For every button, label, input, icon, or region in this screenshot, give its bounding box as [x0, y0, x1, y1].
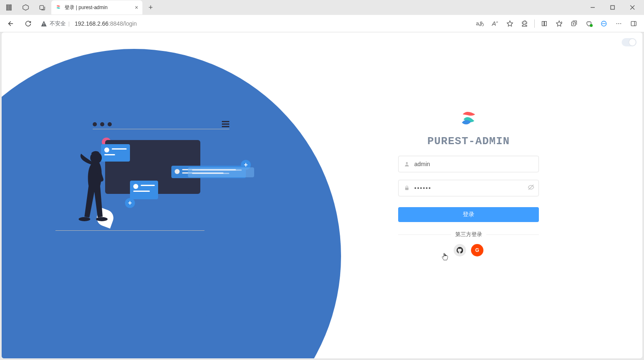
favorite-icon[interactable]	[503, 17, 517, 31]
security-label: 不安全	[50, 20, 66, 27]
login-button[interactable]: 登录	[398, 207, 539, 222]
favicon-icon	[55, 5, 61, 10]
url-path: /login	[123, 20, 137, 27]
svg-rect-3	[40, 5, 43, 9]
gitee-label: G	[475, 247, 479, 253]
extensions-icon[interactable]	[518, 17, 532, 31]
ie-mode-icon[interactable]	[597, 17, 611, 31]
browser-essentials-icon[interactable]	[582, 17, 596, 31]
user-icon	[403, 161, 411, 167]
browser-tab[interactable]: 登录 | purest-admin ×	[51, 0, 142, 14]
browser-chrome: 登录 | purest-admin × + 不安全 |	[0, 0, 644, 32]
minimize-button[interactable]	[584, 1, 602, 14]
address-bar-actions: aあ A»	[473, 17, 641, 31]
maximize-button[interactable]	[603, 1, 622, 14]
svg-rect-0	[7, 5, 7, 10]
svg-rect-22	[405, 188, 409, 190]
svg-rect-5	[611, 6, 615, 10]
thirdparty-section: 第三方登录	[398, 230, 539, 238]
svg-rect-15	[631, 21, 636, 26]
username-field[interactable]	[398, 156, 539, 172]
translate-icon[interactable]: aあ	[473, 17, 487, 31]
lock-icon	[403, 185, 411, 191]
address-bar: 不安全 | 192.168.2.66:8848/login aあ A»	[0, 15, 644, 32]
svg-point-13	[618, 23, 619, 24]
workspaces-icon[interactable]	[19, 1, 32, 14]
plus-icon: +	[125, 198, 135, 208]
hero-illustration: + +	[2, 32, 271, 358]
titlebar: 登录 | purest-admin × +	[0, 0, 644, 15]
gitee-login-button[interactable]: G	[471, 244, 483, 256]
new-tab-button[interactable]: +	[145, 2, 156, 13]
svg-rect-1	[9, 5, 10, 10]
svg-point-20	[96, 217, 108, 221]
social-login: G	[454, 244, 483, 256]
svg-point-19	[79, 217, 90, 221]
more-icon[interactable]	[612, 17, 626, 31]
brand-title: PUREST-ADMIN	[427, 135, 509, 147]
url-display[interactable]: 192.168.2.66:8848/login	[74, 20, 137, 27]
thirdparty-label: 第三方登录	[451, 231, 486, 238]
svg-rect-8	[43, 23, 44, 24]
theme-toggle-knob	[629, 39, 636, 46]
password-field[interactable]	[398, 180, 539, 196]
sidebar-panel-icon[interactable]	[627, 17, 641, 31]
illustration: + +	[55, 115, 254, 256]
app-logo	[460, 111, 477, 126]
tab-title: 登录 | purest-admin	[65, 4, 108, 11]
close-tab-icon[interactable]: ×	[135, 4, 138, 11]
url-host: 192.168.2.66	[74, 20, 108, 27]
svg-rect-2	[10, 5, 11, 10]
back-button[interactable]	[3, 16, 18, 31]
svg-point-12	[616, 23, 617, 24]
close-window-button[interactable]	[623, 1, 642, 14]
url-port: :8848	[108, 20, 123, 27]
svg-rect-9	[43, 25, 44, 25]
theme-toggle[interactable]	[622, 38, 637, 46]
favorites-bar-icon[interactable]	[552, 17, 566, 31]
collections-icon[interactable]	[567, 17, 581, 31]
page-viewport: + +	[2, 32, 642, 358]
person-illustration	[72, 150, 118, 237]
read-aloud-icon[interactable]: A»	[488, 17, 502, 31]
password-input[interactable]	[411, 185, 528, 191]
reading-list-icon[interactable]	[537, 17, 551, 31]
security-indicator[interactable]: 不安全 |	[38, 20, 72, 27]
svg-point-21	[406, 162, 408, 164]
login-panel: PUREST-ADMIN 登录 第三方登录 G	[398, 111, 539, 256]
window-controls	[584, 1, 642, 14]
svg-point-14	[620, 23, 621, 24]
username-input[interactable]	[411, 161, 534, 167]
tab-actions-icon[interactable]	[36, 1, 49, 14]
github-login-button[interactable]	[454, 244, 466, 256]
hamburger-icon	[222, 121, 229, 127]
eye-off-icon[interactable]	[528, 184, 534, 192]
sidebar-toggle-icon[interactable]	[2, 1, 16, 14]
refresh-button[interactable]	[21, 16, 36, 31]
titlebar-left	[2, 1, 49, 14]
